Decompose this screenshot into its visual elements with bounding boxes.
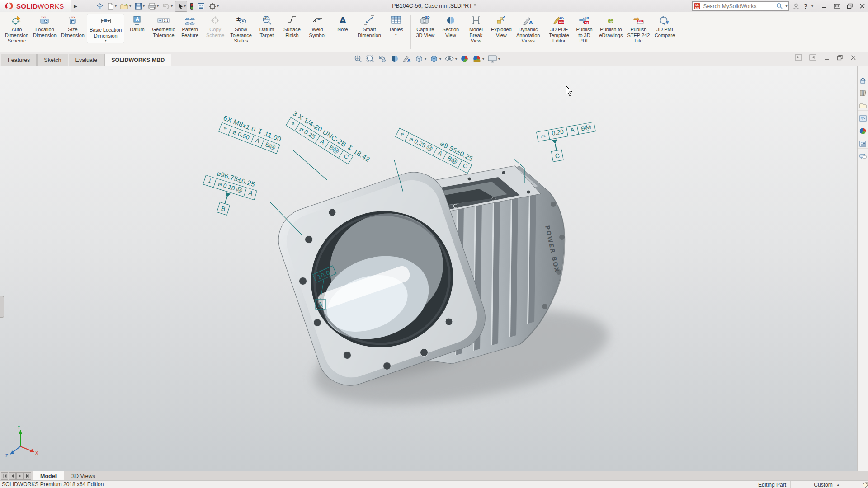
basic-location-dimension-button[interactable]: Basic Location Dimension▾ [87,14,125,43]
dropdown-arrow-icon[interactable]: ▾ [482,57,484,61]
tab-features[interactable]: Features [1,54,37,66]
dropdown-arrow-icon[interactable]: ▾ [498,57,500,61]
dropdown-arrow-icon[interactable]: ▾ [425,57,426,61]
menu-expand-arrow[interactable]: ▶ [72,1,79,11]
doc-tab-model[interactable]: Model [33,471,64,481]
home-button[interactable] [95,1,105,11]
section-view-hud-button[interactable] [390,54,399,63]
tab-sketch[interactable]: Sketch [37,54,68,66]
datum-button[interactable]: ADatum [124,14,150,33]
feature-tree-splitter-tab[interactable] [0,296,4,318]
close-button[interactable] [859,3,865,9]
location-dimension-button[interactable]: xxxLocation Dimension [31,14,59,38]
display-style-button[interactable]: ▾ [429,54,441,63]
solidworks-forum-button[interactable] [858,151,868,161]
dropdown-arrow-icon[interactable]: ▾ [217,4,219,8]
nav-next-button[interactable] [16,472,24,480]
3d-pmi-compare-button[interactable]: ?3D PMI Compare [652,14,677,38]
flyout-arrow-icon[interactable]: ▾ [395,33,397,37]
weld-symbol-button[interactable]: Weld Symbol [305,14,330,38]
publish-to-3d-pdf-button[interactable]: PDF3DPublish to 3D PDF [571,14,597,44]
nav-prev-button[interactable] [9,472,16,480]
3d-pdf-template-editor-button[interactable]: PDF3D3D PDF Template Editor [546,14,571,44]
geometric-tolerance-button[interactable]: 0.1Geometric Tolerance [150,14,177,38]
file-explorer-button[interactable] [858,101,868,111]
tab-evaluate[interactable]: Evaluate [69,54,104,66]
auto-dimension-scheme-button[interactable]: Auto Dimension Scheme [3,14,31,44]
nav-first-button[interactable] [1,472,8,480]
help-button[interactable]: ? [803,3,807,10]
quick-tips-button[interactable] [849,481,868,488]
datum-target-button[interactable]: A1Datum Target [254,14,279,38]
nav-last-button[interactable] [24,472,31,480]
flyout-arrow-icon[interactable]: ▾ [105,39,107,42]
exploded-view-button[interactable]: Exploded View [489,14,514,38]
options-button[interactable]: ▾ [208,1,220,11]
restore-button[interactable] [847,3,853,9]
new-document-button[interactable]: ▾ [106,1,118,11]
tables-button[interactable]: Tables▾ [383,14,409,37]
collapse-pane-right-icon[interactable] [809,54,816,61]
datum-c-flag[interactable]: C [550,139,563,162]
selection-filter-toggle[interactable] [189,1,195,11]
publish-step-242-button[interactable]: STEPPublish STEP 242 File [625,14,652,44]
minimize-button[interactable] [821,3,827,9]
dynamic-annotation-views-button[interactable]: ADynamic Annotation Views [514,14,542,44]
smart-dimension-button[interactable]: Smart Dimension [355,14,383,38]
zoom-to-fit-button[interactable] [354,54,363,63]
show-tolerance-status-button[interactable]: ±Show Tolerance Status [228,14,254,44]
dropdown-arrow-icon[interactable]: ▾ [439,57,441,61]
dropdown-arrow-icon[interactable]: ▾ [171,4,173,8]
solidworks-resources-button[interactable] [858,75,868,85]
custom-properties-button[interactable] [858,139,868,149]
size-dimension-button[interactable]: xxxSize Dimension [59,14,87,38]
dropdown-arrow-icon[interactable]: ▾ [157,4,159,8]
dropdown-arrow-icon[interactable]: ▾ [184,4,186,8]
tab-solidworks-mbd[interactable]: SOLIDWORKS MBD [104,54,171,66]
design-library-button[interactable] [858,88,868,98]
capture-3d-view-button[interactable]: 3DCapture 3D View [413,14,438,38]
view-palette-button[interactable] [858,113,868,123]
print-button[interactable]: ▾ [147,1,160,11]
pattern-feature-button[interactable]: Pattern Feature [177,14,203,38]
previous-view-button[interactable] [378,54,387,63]
search-options-arrow[interactable]: ▾ [785,4,787,8]
save-button[interactable]: ▾ [133,1,146,11]
publish-to-edrawings-button[interactable]: ePublish to eDrawings [597,14,625,38]
note-button[interactable]: ANote [330,14,355,33]
edit-appearance-button[interactable] [460,54,469,63]
collapse-pane-left-icon[interactable] [795,54,802,61]
section-view-button[interactable]: Section View [438,14,463,38]
datum-b-flag[interactable]: B [217,192,233,215]
search-input[interactable] [702,3,774,10]
hide-show-items-button[interactable]: ▾ [444,54,457,63]
surface-finish-button[interactable]: Surface Finish [279,14,305,38]
open-button[interactable]: ▾ [119,1,132,11]
workspace-toggle-button[interactable] [834,3,840,9]
properties-button[interactable] [196,1,206,11]
model-scene[interactable]: POWER BOX [0,66,857,471]
appearances-scenes-button[interactable] [858,126,868,136]
doc-restore-icon[interactable] [837,55,843,61]
config-dropup-arrow[interactable]: ▴ [837,483,839,487]
doc-close-icon[interactable] [850,55,856,61]
dropdown-arrow-icon[interactable]: ▾ [143,4,145,8]
model-break-view-button[interactable]: Model Break View [463,14,489,44]
select-tool-button[interactable]: ▾ [175,1,187,12]
apply-scene-button[interactable]: ▾ [472,54,484,63]
search-box[interactable]: MySW ▾ [692,1,789,11]
dropdown-arrow-icon[interactable]: ▾ [455,57,457,61]
dropdown-arrow-icon[interactable]: ▾ [129,4,131,8]
dynamic-annotation-hud-button[interactable]: A [402,54,411,63]
search-icon[interactable] [776,3,783,9]
doc-tab-3d-views[interactable]: 3D Views [64,471,103,481]
undo-button[interactable]: ▾ [161,1,174,11]
help-dropdown-arrow[interactable]: ▾ [811,4,813,8]
dropdown-arrow-icon[interactable]: ▾ [115,4,117,8]
user-account-icon[interactable] [793,3,800,10]
zoom-to-area-button[interactable] [366,54,375,63]
view-orientation-button[interactable]: ▾ [415,54,426,63]
graphics-viewport[interactable]: POWER BOX [0,66,857,471]
view-settings-button[interactable]: ▾ [487,54,500,63]
doc-minimize-icon[interactable] [824,55,830,61]
